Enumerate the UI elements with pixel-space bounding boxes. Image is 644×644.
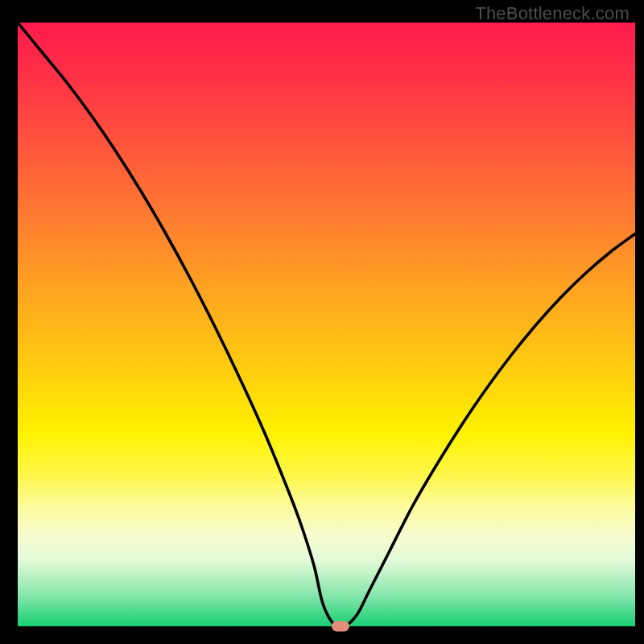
chart-frame: TheBottleneck.com xyxy=(0,0,644,644)
bottleneck-curve xyxy=(18,23,635,626)
curve-layer xyxy=(18,23,635,626)
watermark-text: TheBottleneck.com xyxy=(475,3,630,24)
optimal-point-marker xyxy=(332,621,349,632)
plot-area xyxy=(18,23,635,626)
